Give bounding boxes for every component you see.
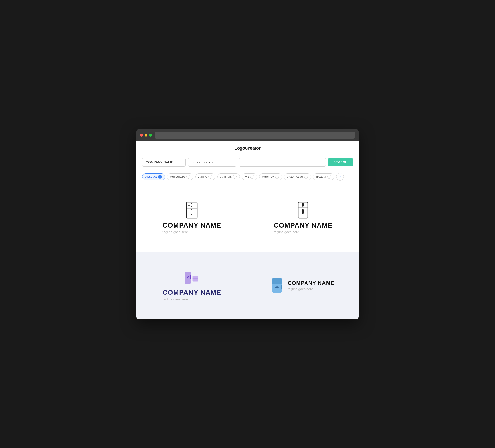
logo-card-4[interactable]: ✳ COMPANY NAME tagline goes here bbox=[248, 252, 359, 319]
svg-rect-19 bbox=[281, 285, 282, 289]
logo-card-inner-4: ✳ COMPANY NAME tagline goes here bbox=[272, 278, 334, 293]
category-bar: Abstract ✓ Agriculture Airline Animals A… bbox=[136, 170, 359, 184]
browser-window: LogoCreator SEARCH Abstract ✓ Agricultur… bbox=[136, 129, 359, 319]
company-name-input[interactable] bbox=[142, 158, 186, 167]
category-label: Agriculture bbox=[170, 175, 185, 178]
fridge-icon-3: ✳ bbox=[185, 270, 199, 286]
logo-card-1[interactable]: COMPANY NAME tagline goes here bbox=[136, 184, 248, 252]
category-label: Abstract bbox=[145, 175, 157, 178]
logo-company-name-4: COMPANY NAME bbox=[288, 280, 334, 286]
app-content: LogoCreator SEARCH Abstract ✓ Agricultur… bbox=[136, 141, 359, 319]
svg-text:✳: ✳ bbox=[275, 285, 279, 290]
logo-card-inner-2: COMPANY NAME tagline goes here bbox=[274, 202, 332, 234]
category-label: Attorney bbox=[262, 175, 274, 178]
search-button[interactable]: SEARCH bbox=[328, 158, 353, 166]
logo-tagline-1: tagline goes here bbox=[163, 230, 221, 234]
logo-text-group-4: COMPANY NAME tagline goes here bbox=[288, 280, 334, 291]
next-categories-button[interactable]: → bbox=[336, 173, 344, 181]
logo-text-group-3: COMPANY NAME tagline goes here bbox=[163, 289, 221, 301]
logo-grid: COMPANY NAME tagline goes here bbox=[136, 184, 359, 319]
category-chip-animals[interactable]: Animals bbox=[217, 173, 240, 180]
category-label: Animals bbox=[220, 175, 232, 178]
check-icon bbox=[275, 175, 279, 179]
fridge-icon-4: ✳ bbox=[272, 278, 284, 293]
logo-company-name-1: COMPANY NAME bbox=[163, 222, 221, 229]
browser-chrome bbox=[136, 129, 359, 141]
category-chip-automotive[interactable]: Automotive bbox=[284, 173, 311, 180]
svg-rect-4 bbox=[191, 210, 192, 214]
fridge-icon-2 bbox=[298, 202, 309, 219]
check-icon bbox=[233, 175, 237, 179]
svg-rect-11 bbox=[190, 275, 191, 279]
check-icon bbox=[208, 175, 212, 179]
logo-card-3[interactable]: ✳ COMPANY NAME tagline goes here bbox=[136, 252, 248, 319]
app-header: LogoCreator bbox=[136, 141, 359, 154]
svg-rect-7 bbox=[302, 203, 303, 207]
category-label: Art bbox=[245, 175, 249, 178]
category-chip-airline[interactable]: Airline bbox=[195, 173, 215, 180]
logo-company-name-3: COMPANY NAME bbox=[163, 289, 221, 296]
svg-rect-2 bbox=[191, 204, 192, 207]
check-icon bbox=[304, 175, 308, 179]
logo-card-2[interactable]: COMPANY NAME tagline goes here bbox=[248, 184, 359, 252]
category-chip-abstract[interactable]: Abstract ✓ bbox=[142, 173, 165, 180]
logo-text-group-1: COMPANY NAME tagline goes here bbox=[163, 222, 221, 234]
close-button[interactable] bbox=[140, 134, 143, 137]
logo-card-inner-1: COMPANY NAME tagline goes here bbox=[163, 202, 221, 234]
logo-text-group-2: COMPANY NAME tagline goes here bbox=[274, 222, 332, 234]
logo-card-inner-3: ✳ COMPANY NAME tagline goes here bbox=[163, 270, 221, 301]
check-icon bbox=[186, 175, 190, 179]
check-icon: ✓ bbox=[158, 175, 162, 179]
app-title: LogoCreator bbox=[234, 146, 261, 151]
svg-rect-3 bbox=[188, 204, 190, 205]
logo-tagline-3: tagline goes here bbox=[163, 297, 221, 301]
traffic-lights bbox=[140, 134, 152, 137]
minimize-button[interactable] bbox=[145, 134, 147, 137]
check-icon bbox=[250, 175, 254, 179]
address-bar bbox=[155, 132, 355, 139]
logo-company-name-2: COMPANY NAME bbox=[274, 222, 332, 229]
fridge-icon-1 bbox=[186, 202, 198, 219]
category-chip-attorney[interactable]: Attorney bbox=[259, 173, 282, 180]
search-bar: SEARCH bbox=[136, 154, 359, 170]
keyword-input[interactable] bbox=[239, 158, 326, 167]
maximize-button[interactable] bbox=[149, 134, 152, 137]
category-label: Beauty bbox=[316, 175, 326, 178]
check-icon bbox=[327, 175, 331, 179]
category-label: Airline bbox=[198, 175, 207, 178]
svg-rect-8 bbox=[302, 209, 303, 214]
logo-tagline-2: tagline goes here bbox=[274, 230, 332, 234]
category-chip-art[interactable]: Art bbox=[242, 173, 257, 180]
tagline-input[interactable] bbox=[188, 158, 236, 167]
svg-text:✳: ✳ bbox=[186, 275, 189, 279]
category-chip-agriculture[interactable]: Agriculture bbox=[167, 173, 193, 180]
category-chip-beauty[interactable]: Beauty bbox=[313, 173, 334, 180]
logo-tagline-4: tagline goes here bbox=[288, 287, 334, 291]
category-label: Automotive bbox=[287, 175, 303, 178]
